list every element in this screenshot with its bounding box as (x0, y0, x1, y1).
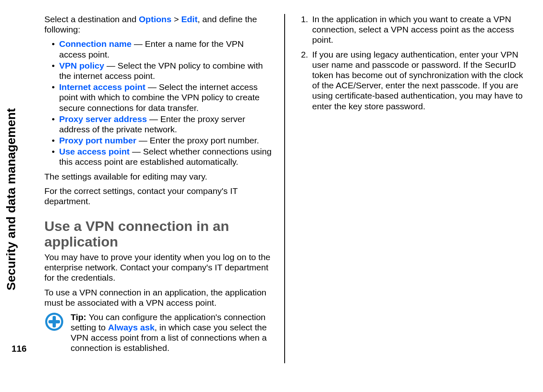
list-item: In the application in which you want to … (311, 14, 525, 45)
tip-label: Tip: (71, 312, 89, 322)
settings-bullet-list: Connection name — Enter a name for the V… (44, 39, 272, 167)
intro-text-pre: Select a destination and (44, 14, 139, 24)
setting-description: — Enter the proxy port number. (136, 136, 259, 145)
note-paragraph: For the correct settings, contact your c… (44, 186, 272, 206)
list-item: Proxy port number — Enter the proxy port… (52, 135, 272, 145)
note-paragraph: The settings available for editing may v… (44, 171, 272, 182)
setting-term: Connection name (59, 39, 131, 48)
tip-block: Tip: You can configure the application's… (44, 312, 272, 353)
text-column-right: In the application in which you want to … (297, 14, 525, 363)
setting-term: Proxy port number (59, 136, 136, 145)
text-column-left: Select a destination and Options > Edit,… (44, 14, 272, 363)
body-paragraph: You may have to prove your identity when… (44, 252, 272, 283)
numbered-steps: In the application in which you want to … (297, 14, 525, 111)
edit-ui-label: Edit (181, 14, 198, 24)
chapter-sidebar-title: Security and data management (4, 108, 18, 290)
tip-text: Tip: You can configure the application's… (71, 312, 272, 353)
always-ask-ui-label: Always ask (108, 323, 154, 332)
intro-paragraph: Select a destination and Options > Edit,… (44, 14, 272, 35)
setting-term: Internet access point (59, 82, 145, 92)
setting-term: Use access point (59, 147, 130, 156)
options-ui-label: Options (139, 14, 171, 24)
setting-term: VPN policy (59, 61, 104, 70)
list-item: Connection name — Enter a name for the V… (52, 39, 272, 59)
list-item: VPN policy — Select the VPN policy to co… (52, 60, 272, 81)
list-item: Internet access point — Select the inter… (52, 82, 272, 113)
body-paragraph: To use a VPN connection in an applicatio… (44, 287, 272, 308)
list-item: Use access point — Select whether connec… (52, 146, 272, 167)
tip-plus-icon (44, 312, 64, 332)
list-item: If you are using legacy authentication, … (311, 49, 525, 111)
section-heading: Use a VPN connection in an application (44, 219, 272, 249)
column-divider (284, 14, 285, 363)
page-number: 116 (12, 344, 27, 354)
svg-rect-3 (48, 320, 60, 323)
breadcrumb-separator: > (171, 14, 181, 24)
setting-term: Proxy server address (59, 114, 147, 124)
list-item: Proxy server address — Enter the proxy s… (52, 114, 272, 134)
